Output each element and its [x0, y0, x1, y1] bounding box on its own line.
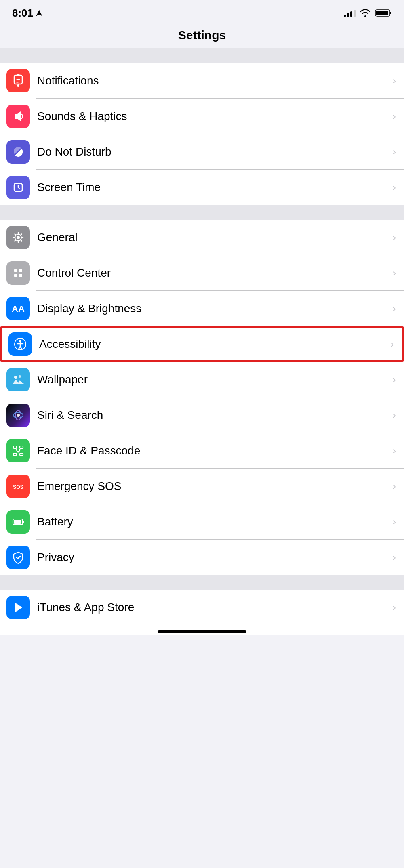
home-indicator: [158, 630, 246, 633]
siri-icon-bg: [6, 404, 30, 427]
display-label: Display & Brightness: [37, 302, 389, 315]
svg-point-35: [19, 449, 21, 450]
wallpaper-icon: [11, 372, 25, 387]
svg-marker-8: [15, 111, 21, 121]
svg-rect-6: [16, 79, 20, 80]
display-chevron: ›: [393, 303, 396, 314]
faceid-chevron: ›: [393, 445, 396, 456]
donotdisturb-icon-bg: [6, 140, 30, 164]
wallpaper-chevron: ›: [393, 374, 396, 385]
controlcenter-chevron: ›: [393, 267, 396, 279]
itunes-icon: [11, 600, 25, 615]
itunes-icon-bg: [6, 596, 30, 619]
settings-row-wallpaper[interactable]: Wallpaper ›: [0, 362, 404, 397]
section-2: General › Control Center › AA Display & …: [0, 220, 404, 575]
settings-row-sounds[interactable]: Sounds & Haptics ›: [0, 99, 404, 134]
sounds-chevron: ›: [393, 111, 396, 122]
screentime-chevron: ›: [393, 182, 396, 193]
notifications-chevron: ›: [393, 75, 396, 86]
svg-point-34: [16, 449, 17, 450]
faceid-icon: [11, 443, 25, 458]
svg-rect-33: [20, 453, 23, 456]
svg-rect-17: [19, 274, 22, 277]
emergencysos-icon-bg: SOS: [6, 475, 30, 498]
page-title: Settings: [178, 28, 226, 42]
svg-marker-40: [15, 603, 22, 612]
accessibility-chevron: ›: [391, 338, 394, 350]
screentime-icon: [11, 180, 25, 195]
svg-rect-5: [17, 74, 20, 76]
accessibility-label: Accessibility: [39, 338, 387, 351]
section-gap-3: [0, 575, 404, 590]
emergencysos-chevron: ›: [393, 481, 396, 492]
display-icon: AA: [11, 301, 25, 316]
status-time: 8:01: [12, 7, 43, 19]
section-gap-2: [0, 205, 404, 220]
accessibility-icon-bg: [8, 332, 32, 356]
siri-chevron: ›: [393, 410, 396, 421]
privacy-icon: [11, 550, 25, 565]
privacy-chevron: ›: [393, 552, 396, 563]
siri-icon: [11, 408, 25, 422]
settings-row-faceid[interactable]: Face ID & Passcode ›: [0, 433, 404, 469]
general-icon: [11, 230, 25, 245]
svg-text:AA: AA: [12, 304, 25, 314]
wifi-icon: [360, 9, 371, 17]
settings-row-general[interactable]: General ›: [0, 220, 404, 255]
svg-point-12: [17, 236, 20, 239]
svg-line-11: [18, 187, 20, 189]
wallpaper-label: Wallpaper: [37, 373, 389, 386]
general-icon-bg: [6, 226, 30, 249]
signal-icon: [344, 9, 356, 17]
battery-row-icon: [11, 515, 25, 529]
itunes-label: iTunes & App Store: [37, 601, 389, 614]
svg-rect-39: [14, 520, 21, 524]
home-indicator-area: [0, 625, 404, 635]
svg-point-26: [19, 375, 21, 378]
settings-row-display[interactable]: AA Display & Brightness ›: [0, 291, 404, 326]
settings-row-controlcenter[interactable]: Control Center ›: [0, 255, 404, 291]
settings-row-siri[interactable]: Siri & Search ›: [0, 397, 404, 433]
notifications-icon: [11, 74, 25, 88]
svg-rect-2: [376, 11, 388, 15]
svg-rect-14: [14, 269, 17, 272]
location-icon: [36, 9, 43, 17]
section-3: iTunes & App Store ›: [0, 590, 404, 625]
display-icon-bg: AA: [6, 297, 30, 320]
privacy-label: Privacy: [37, 551, 389, 564]
donotdisturb-icon: [11, 145, 25, 159]
settings-row-emergencysos[interactable]: SOS Emergency SOS ›: [0, 469, 404, 504]
settings-row-itunes[interactable]: iTunes & App Store ›: [0, 590, 404, 625]
general-label: General: [37, 231, 389, 244]
sounds-label: Sounds & Haptics: [37, 110, 389, 123]
controlcenter-label: Control Center: [37, 267, 389, 280]
svg-rect-16: [14, 274, 17, 277]
settings-row-screentime[interactable]: Screen Time ›: [0, 170, 404, 205]
wallpaper-icon-bg: [6, 368, 30, 391]
settings-row-accessibility[interactable]: Accessibility ›: [0, 326, 404, 362]
emergencysos-icon: SOS: [11, 479, 25, 494]
section-1: Notifications › Sounds & Haptics › Do No…: [0, 63, 404, 205]
faceid-label: Face ID & Passcode: [37, 444, 389, 457]
settings-row-notifications[interactable]: Notifications ›: [0, 63, 404, 99]
settings-row-battery[interactable]: Battery ›: [0, 504, 404, 540]
notifications-label: Notifications: [37, 74, 389, 87]
privacy-icon-bg: [6, 546, 30, 569]
itunes-chevron: ›: [393, 602, 396, 613]
siri-label: Siri & Search: [37, 409, 389, 422]
svg-point-25: [14, 376, 17, 379]
faceid-icon-bg: [6, 439, 30, 462]
emergencysos-label: Emergency SOS: [37, 480, 389, 493]
settings-row-privacy[interactable]: Privacy ›: [0, 540, 404, 575]
status-bar: 8:01: [0, 0, 404, 24]
donotdisturb-chevron: ›: [393, 146, 396, 158]
battery-icon: [375, 9, 392, 17]
screentime-icon-bg: [6, 176, 30, 199]
donotdisturb-label: Do Not Disturb: [37, 145, 389, 158]
accessibility-icon: [13, 337, 27, 351]
svg-rect-38: [23, 521, 24, 523]
settings-row-donotdisturb[interactable]: Do Not Disturb ›: [0, 134, 404, 170]
svg-rect-31: [20, 446, 23, 448]
svg-point-29: [17, 414, 20, 417]
svg-rect-32: [13, 453, 17, 456]
